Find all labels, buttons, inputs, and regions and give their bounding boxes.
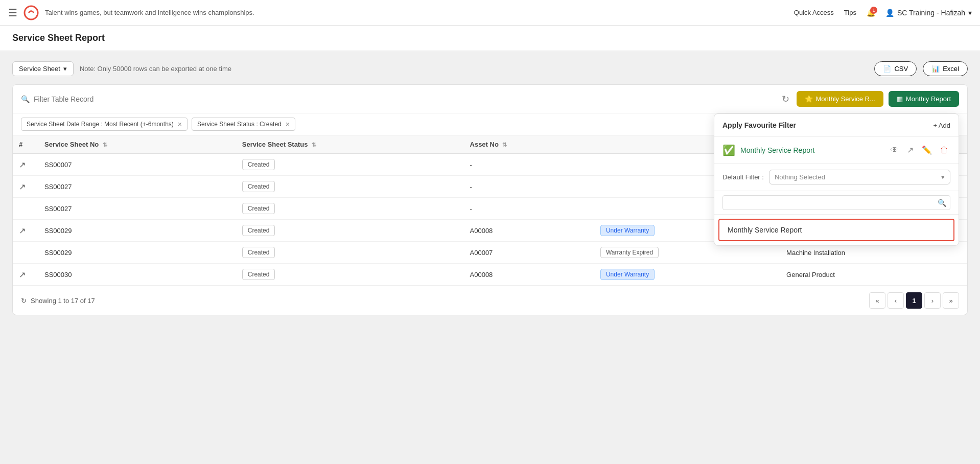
row-status: Created xyxy=(236,198,464,220)
user-name: SC Training - Hafizah xyxy=(897,9,965,17)
notification-badge: 1 xyxy=(870,7,877,14)
report-type-select[interactable]: Service Sheet ▾ xyxy=(12,61,74,76)
row-asset-no: A00008 xyxy=(464,264,594,286)
row-asset-no: - xyxy=(464,176,594,198)
dropdown-option-monthly-service-report[interactable]: Monthly Service Report xyxy=(718,219,954,241)
status-badge: Created xyxy=(242,247,275,258)
check-circle-icon: ✅ xyxy=(722,144,735,156)
next-page-button[interactable]: › xyxy=(924,292,941,309)
row-link-cell: ↗ xyxy=(13,264,38,286)
nav-tagline: Talent wins games, but teamwork and inte… xyxy=(45,9,254,16)
search-icon: 🔍 xyxy=(21,95,30,103)
dropdown-search-icon: 🔍 xyxy=(938,199,946,207)
date-range-chip-label: Service Sheet Date Range : Most Recent (… xyxy=(27,121,174,128)
page-title: Service Sheet Report xyxy=(12,33,968,43)
col-header-ss-no: Service Sheet No ⇅ xyxy=(38,135,236,154)
external-link-icon[interactable]: ↗ xyxy=(19,160,26,169)
col-header-status: Service Sheet Status ⇅ xyxy=(236,135,464,154)
refresh-button[interactable]: ↻ xyxy=(780,91,791,107)
row-ss-no: SS00027 xyxy=(38,198,236,220)
share-filter-button[interactable]: ↗ xyxy=(905,143,916,157)
row-asset-no: - xyxy=(464,198,594,220)
default-filter-value: Nothing Selected xyxy=(775,173,825,181)
edit-filter-button[interactable]: ✏️ xyxy=(920,143,934,157)
add-filter-button[interactable]: + Add xyxy=(933,122,950,129)
star-icon: ⭐ xyxy=(805,95,813,103)
csv-button[interactable]: 📄 CSV xyxy=(874,61,917,76)
external-link-icon[interactable]: ↗ xyxy=(19,182,26,191)
table-footer: ↻ Showing 1 to 17 of 17 « ‹ 1 › » xyxy=(13,286,967,315)
row-link-cell xyxy=(13,242,38,264)
sort-icon-status[interactable]: ⇅ xyxy=(312,142,316,148)
row-asset-no: A00007 xyxy=(464,242,594,264)
status-chip-close[interactable]: × xyxy=(286,120,290,128)
user-menu[interactable]: 👤 SC Training - Hafizah ▾ xyxy=(885,9,972,17)
hide-filter-button[interactable]: 👁 xyxy=(889,143,901,157)
top-navigation: ☰ Talent wins games, but teamwork and in… xyxy=(0,0,980,26)
row-status: Created xyxy=(236,176,464,198)
pagination: « ‹ 1 › » xyxy=(869,292,959,309)
excel-icon: 📊 xyxy=(931,65,940,73)
row-asset-no: A00008 xyxy=(464,220,594,242)
fav-item-name: Monthly Service Report xyxy=(740,146,883,154)
sort-icon-ss-no[interactable]: ⇅ xyxy=(103,142,107,148)
sort-icon-asset-no[interactable]: ⇅ xyxy=(502,142,507,148)
row-link-cell xyxy=(13,198,38,220)
last-page-button[interactable]: » xyxy=(943,292,959,309)
date-range-filter-chip: Service Sheet Date Range : Most Recent (… xyxy=(21,118,188,131)
excel-button[interactable]: 📊 Excel xyxy=(923,61,968,76)
row-ss-no: SS00029 xyxy=(38,220,236,242)
page-1-button[interactable]: 1 xyxy=(906,292,922,309)
export-note: Note: Only 50000 rows can be exported at… xyxy=(80,65,231,73)
search-input[interactable] xyxy=(34,95,775,103)
monthly-report-button[interactable]: ▦ Monthly Report xyxy=(889,91,959,107)
warranty-badge: Warranty Expired xyxy=(600,247,659,258)
delete-filter-button[interactable]: 🗑 xyxy=(938,143,950,157)
status-filter-chip: Service Sheet Status : Created × xyxy=(192,118,295,131)
quick-access-link[interactable]: Quick Access xyxy=(794,9,834,16)
showing-text: ↻ Showing 1 to 17 of 17 xyxy=(21,297,95,305)
user-icon: 👤 xyxy=(885,9,894,17)
row-link-cell: ↗ xyxy=(13,176,38,198)
tips-link[interactable]: Tips xyxy=(844,9,856,16)
date-range-chip-close[interactable]: × xyxy=(178,120,182,128)
table-row: ↗ SS00030 Created A00008 Under Warranty … xyxy=(13,264,967,286)
monthly-service-report-button[interactable]: ⭐ Monthly Service R... xyxy=(797,91,883,107)
file-icon: 📄 xyxy=(883,65,891,73)
fav-filter-title: Apply Favourite Filter xyxy=(722,121,796,129)
share-icon: ↗ xyxy=(907,146,914,154)
dropdown-search-row: 🔍 xyxy=(714,191,959,215)
status-badge: Created xyxy=(242,269,275,280)
default-filter-select[interactable]: Nothing Selected ▾ xyxy=(769,170,950,184)
row-status: Created xyxy=(236,220,464,242)
prev-page-button[interactable]: ‹ xyxy=(888,292,904,309)
row-status: Created xyxy=(236,242,464,264)
pencil-icon: ✏️ xyxy=(922,146,932,154)
showing-label: Showing 1 to 17 of 17 xyxy=(31,297,95,305)
default-filter-label: Default Filter : xyxy=(722,173,764,181)
nav-left: ☰ Talent wins games, but teamwork and in… xyxy=(8,5,794,20)
row-warranty: Under Warranty xyxy=(594,264,780,286)
first-page-button[interactable]: « xyxy=(869,292,885,309)
col-header-asset-no: Asset No ⇅ xyxy=(464,135,594,154)
fav-item-actions: 👁 ↗ ✏️ 🗑 xyxy=(889,143,950,157)
row-ss-no: SS00027 xyxy=(38,176,236,198)
warranty-badge: Under Warranty xyxy=(600,269,655,280)
row-ss-no: SS00029 xyxy=(38,242,236,264)
grid-icon: ▦ xyxy=(897,95,903,103)
dropdown-search-input[interactable] xyxy=(722,195,950,210)
col-header-hash: # xyxy=(13,135,38,154)
external-link-icon[interactable]: ↗ xyxy=(19,270,26,279)
status-badge: Created xyxy=(242,225,275,236)
external-link-icon[interactable]: ↗ xyxy=(19,226,26,235)
status-badge: Created xyxy=(242,159,275,170)
hamburger-menu[interactable]: ☰ xyxy=(8,7,17,19)
refresh-small-icon[interactable]: ↻ xyxy=(21,297,27,305)
fav-filter-overlay: Apply Favourite Filter + Add ✅ Monthly S… xyxy=(714,113,959,246)
notification-bell[interactable]: 🔔 1 xyxy=(867,9,875,17)
default-filter-row: Default Filter : Nothing Selected ▾ xyxy=(714,164,959,191)
trash-icon: 🗑 xyxy=(940,146,948,154)
nav-right: Quick Access Tips 🔔 1 👤 SC Training - Ha… xyxy=(794,9,972,17)
row-link-cell: ↗ xyxy=(13,220,38,242)
status-chip-label: Service Sheet Status : Created xyxy=(197,121,282,128)
